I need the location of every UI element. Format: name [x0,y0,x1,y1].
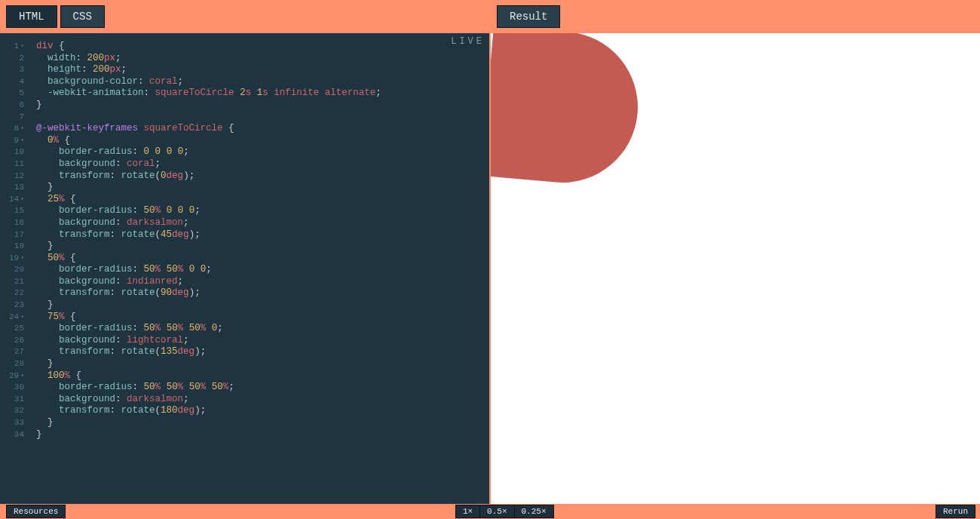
resources-button[interactable]: Resources [6,505,66,518]
footer: Resources 1× 0.5× 0.25× Rerun [0,504,980,519]
zoom-05x[interactable]: 0.5× [480,505,514,518]
editor-panel: HTML CSS LIVE 12345678910111213141516171… [0,0,489,504]
live-badge: LIVE [451,36,485,47]
result-pane [491,33,980,504]
animated-box [491,33,644,189]
editor-tabbar: HTML CSS [0,0,489,33]
tab-html[interactable]: HTML [6,5,57,28]
tab-css[interactable]: CSS [60,5,105,28]
rerun-button[interactable]: Rerun [936,505,975,518]
result-panel: Result [491,0,980,504]
zoom-025x[interactable]: 0.25× [515,505,554,518]
tab-result[interactable]: Result [497,5,560,28]
code-content[interactable]: div { width: 200px; height: 200px; backg… [30,33,489,504]
code-editor[interactable]: LIVE 12345678910111213141516171819202122… [0,33,489,504]
result-tabbar: Result [491,0,980,33]
zoom-controls: 1× 0.5× 0.25× [455,505,554,518]
zoom-1x[interactable]: 1× [455,505,480,518]
workspace: HTML CSS LIVE 12345678910111213141516171… [0,0,980,504]
line-number-gutter: 1234567891011121314151617181920212223242… [0,33,30,504]
